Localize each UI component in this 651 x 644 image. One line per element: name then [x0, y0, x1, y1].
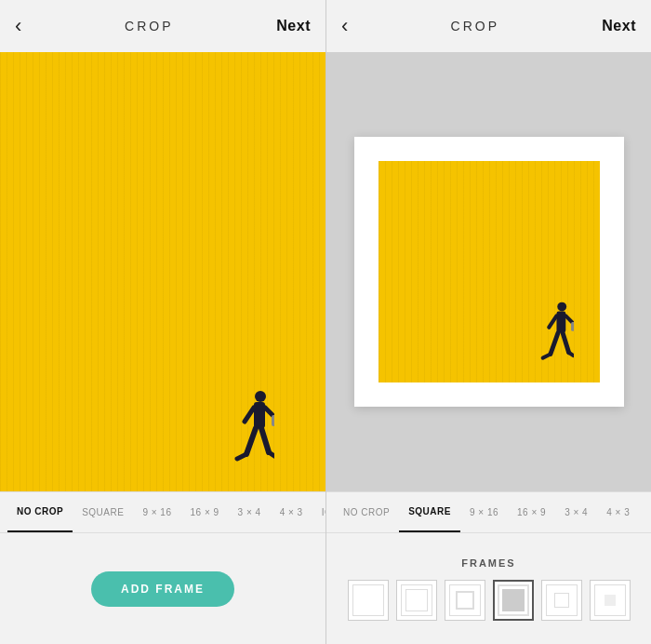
left-header: ‹ CROP Next	[0, 0, 326, 52]
add-frame-button[interactable]: ADD FRAME	[91, 571, 234, 607]
svg-rect-13	[571, 322, 574, 331]
left-photo-bg	[0, 52, 326, 491]
left-tab-square[interactable]: SQUARE	[73, 492, 133, 532]
left-tab-no-crop[interactable]: NO CROP	[7, 492, 73, 532]
right-next-button[interactable]: Next	[602, 18, 636, 34]
right-header: ‹ CROP Next	[326, 0, 651, 52]
right-crop-tabs: NO CROP SQUARE 9 × 16 16 × 9 3 × 4 4 × 3	[326, 491, 651, 532]
svg-rect-4	[272, 415, 274, 426]
left-back-button[interactable]: ‹	[15, 16, 21, 36]
right-person-silhouette	[535, 301, 574, 373]
left-photo	[0, 52, 326, 491]
left-title: CROP	[125, 19, 173, 34]
frame-thumbnails	[348, 580, 631, 621]
left-bottom-bar: ADD FRAME	[0, 532, 326, 644]
right-panel: ‹ CROP Next	[326, 0, 651, 644]
right-photo-framed	[326, 52, 651, 491]
right-frame-outer	[354, 137, 624, 407]
right-bottom-bar: FRAMES	[326, 532, 651, 644]
svg-line-5	[246, 428, 256, 454]
svg-line-7	[261, 428, 269, 452]
frame-thumb-5[interactable]	[541, 580, 582, 621]
left-person-silhouette	[228, 389, 274, 477]
frames-title: FRAMES	[461, 557, 515, 569]
svg-line-15	[542, 354, 550, 357]
left-tab-4x3[interactable]: 4 × 3	[271, 492, 312, 532]
svg-line-8	[269, 452, 274, 456]
left-texture	[0, 52, 326, 491]
left-tab-16x9[interactable]: 16 × 9	[181, 492, 229, 532]
right-tab-no-crop[interactable]: NO CROP	[334, 492, 399, 532]
svg-rect-10	[556, 311, 565, 332]
frame-thumb-6[interactable]	[590, 580, 631, 621]
left-tab-igs[interactable]: IG S	[312, 492, 326, 532]
right-image-area	[326, 52, 651, 491]
right-tab-9x16[interactable]: 9 × 16	[460, 492, 508, 532]
right-frame-inner	[379, 161, 600, 382]
svg-line-2	[245, 408, 254, 422]
right-back-button[interactable]: ‹	[341, 16, 348, 36]
left-image-area	[0, 52, 326, 491]
svg-line-11	[549, 315, 556, 327]
left-next-button[interactable]: Next	[276, 18, 311, 34]
frame-thumb-3[interactable]	[445, 580, 485, 621]
left-tab-3x4[interactable]: 3 × 4	[229, 492, 271, 532]
left-panel: ‹ CROP Next	[0, 0, 326, 644]
right-tab-square[interactable]: SQUARE	[399, 492, 460, 532]
svg-line-17	[568, 353, 573, 356]
right-tab-4x3[interactable]: 4 × 3	[597, 492, 639, 532]
svg-line-14	[550, 332, 557, 354]
svg-point-0	[255, 391, 266, 402]
right-tab-16x9[interactable]: 16 × 9	[508, 492, 555, 532]
right-photo-bg	[379, 161, 600, 382]
right-tab-3x4[interactable]: 3 × 4	[555, 492, 597, 532]
frame-thumb-1[interactable]	[348, 580, 389, 621]
frame-thumb-4[interactable]	[493, 580, 534, 621]
svg-rect-1	[254, 402, 265, 428]
svg-line-16	[563, 332, 569, 352]
left-tab-9x16[interactable]: 9 × 16	[133, 492, 180, 532]
svg-line-6	[237, 454, 246, 459]
left-crop-tabs: NO CROP SQUARE 9 × 16 16 × 9 3 × 4 4 × 3…	[0, 491, 326, 532]
svg-point-9	[557, 302, 566, 312]
right-title: CROP	[451, 19, 499, 34]
frame-thumb-2[interactable]	[396, 580, 437, 621]
